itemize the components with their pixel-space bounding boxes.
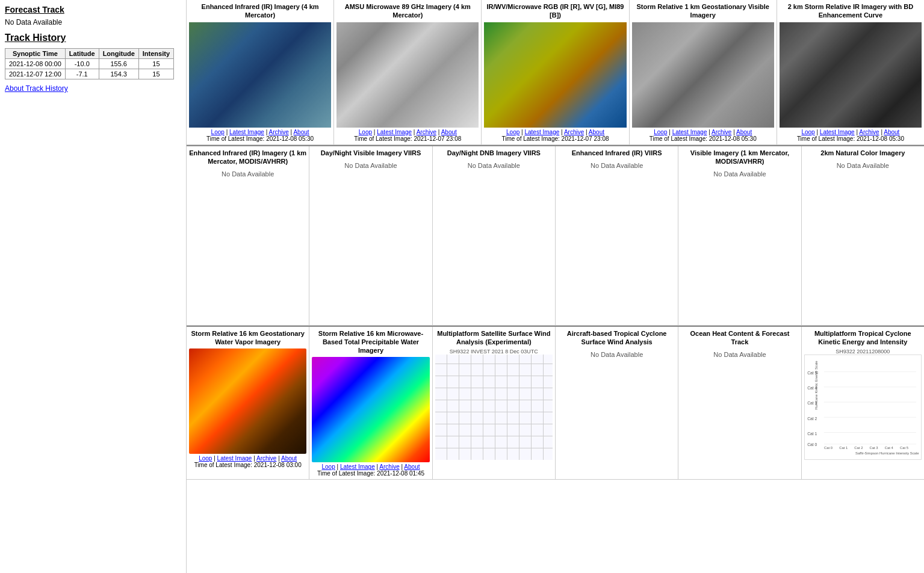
- imagery-cell-r3-1: Storm Relative 16 km Microwave-Based Tot…: [309, 327, 432, 480]
- img-link-loop[interactable]: Loop: [801, 129, 814, 135]
- img-time: Time of Latest Image: 2021-12-07 23:08: [354, 135, 461, 142]
- cell-title: Visible Imagery (1 km Mercator, MODIS/AV…: [681, 149, 798, 166]
- track-history-title: Track History: [5, 33, 181, 43]
- no-data-label: No Data Available: [468, 162, 520, 169]
- img-link-about[interactable]: About: [441, 129, 457, 135]
- img-link-about[interactable]: About: [736, 129, 752, 135]
- img-time: Time of Latest Image: 2021-12-08 01:45: [317, 470, 424, 477]
- cell-title: 2km Natural Color Imagery: [820, 149, 905, 157]
- img-link-archive[interactable]: Archive: [564, 129, 584, 135]
- img-link-3[interactable]: About: [281, 455, 297, 462]
- col-latitude: Latitude: [65, 49, 99, 59]
- forecast-track-title: Forecast Track: [5, 5, 181, 14]
- imagery-placeholder: [780, 22, 922, 128]
- svg-text:Cat 3: Cat 3: [869, 446, 878, 450]
- imagery-placeholder: [484, 22, 626, 128]
- img-link-about[interactable]: About: [293, 129, 309, 135]
- img-links: Loop | Latest Image | Archive | About: [322, 463, 420, 470]
- wind-image: [435, 355, 553, 460]
- imagery-cell-r3-5: Multiplatform Tropical Cyclone Kinetic E…: [802, 327, 924, 480]
- imagery-cell-r1-0: Enhanced Infrared (IR) Imagery (4 km Mer…: [187, 0, 334, 144]
- svg-text:Hurricane Kinetic Energy Scale: Hurricane Kinetic Energy Scale: [814, 361, 818, 410]
- cell-title: Enhanced Infrared (IR) Imagery (4 km Mer…: [189, 2, 331, 20]
- table-row: 2021-12-08 00:00-10.0155.615: [5, 59, 174, 69]
- img-link-loop[interactable]: Loop: [654, 129, 667, 135]
- tpw-image: [312, 357, 429, 462]
- svg-text:Cat 5: Cat 5: [900, 446, 909, 450]
- table-row: 2021-12-07 12:00-7.1154.315: [5, 69, 174, 79]
- img-link-2[interactable]: Archive: [256, 455, 276, 462]
- img-time: Time of Latest Image: 2021-12-07 23:08: [501, 135, 609, 142]
- svg-text:Cat 0: Cat 0: [807, 442, 817, 447]
- img-link-about[interactable]: About: [884, 129, 899, 135]
- img-link-latest-image[interactable]: Latest Image: [524, 129, 559, 135]
- cell-title: Storm Relative 1 km Geostationary Visibl…: [632, 2, 774, 20]
- about-track-history-link[interactable]: About Track History: [5, 84, 68, 93]
- imagery-row-3: Storm Relative 16 km Geostationary Water…: [187, 326, 924, 480]
- img-link-archive[interactable]: Archive: [859, 129, 879, 135]
- img-link-1[interactable]: Latest Image: [217, 455, 252, 462]
- imagery-row-2: Enhanced Infrared (IR) Imagery (1 km Mer…: [187, 145, 924, 326]
- cell-title: Aircraft-based Tropical Cyclone Surface …: [558, 329, 675, 347]
- cell-title: Ocean Heat Content & Forecast Track: [681, 329, 798, 347]
- img-link-latest-image[interactable]: Latest Image: [229, 129, 264, 135]
- svg-text:Cat 1: Cat 1: [839, 446, 848, 450]
- imagery-cell-r2-0: Enhanced Infrared (IR) Imagery (1 km Mer…: [187, 146, 309, 325]
- wv-image: [189, 348, 306, 454]
- imagery-cell-r1-4: 2 km Storm Relative IR Imagery with BD E…: [777, 0, 924, 144]
- svg-text:Cat 2: Cat 2: [807, 417, 817, 421]
- img-links: Loop | Latest Image | Archive | About: [506, 129, 604, 135]
- no-data-label: No Data Available: [837, 162, 889, 169]
- img-link-2[interactable]: Archive: [379, 463, 399, 470]
- imagery-placeholder: [632, 22, 774, 128]
- img-time: Time of Latest Image: 2021-12-08 05:30: [206, 135, 314, 142]
- imagery-cell-r2-3: Enhanced Infrared (IR) VIIRSNo Data Avai…: [556, 146, 678, 325]
- no-data-label: No Data Available: [344, 162, 397, 169]
- img-link-about[interactable]: About: [589, 129, 604, 135]
- imagery-cell-r1-3: Storm Relative 1 km Geostationary Visibl…: [630, 0, 777, 144]
- col-intensity: Intensity: [138, 49, 173, 59]
- img-link-archive[interactable]: Archive: [712, 129, 731, 135]
- img-link-latest-image[interactable]: Latest Image: [672, 129, 707, 135]
- right-panel: Enhanced Infrared (IR) Imagery (4 km Mer…: [187, 0, 924, 573]
- img-link-loop[interactable]: Loop: [506, 129, 519, 135]
- no-data-label: No Data Available: [591, 162, 643, 169]
- img-link-1[interactable]: Latest Image: [340, 463, 375, 470]
- imagery-cell-r3-4: Ocean Heat Content & Forecast TrackNo Da…: [678, 327, 801, 480]
- cell-title: Storm Relative 16 km Microwave-Based Tot…: [312, 329, 429, 355]
- imagery-placeholder: [189, 22, 331, 128]
- cell-title: Day/Night DNB Imagery VIIRS: [447, 149, 541, 157]
- img-link-loop[interactable]: Loop: [359, 129, 372, 135]
- cell-title: Enhanced Infrared (IR) VIIRS: [572, 149, 662, 157]
- img-link-latest-image[interactable]: Latest Image: [377, 129, 412, 135]
- imagery-cell-r2-1: Day/Night Visible Imagery VIIRSNo Data A…: [309, 146, 432, 325]
- cell-subtitle: SH9322 INVEST 2021 8 Dec 03UTC: [450, 348, 538, 355]
- no-data-label: No Data Available: [713, 170, 766, 178]
- imagery-cell-r3-3: Aircraft-based Tropical Cyclone Surface …: [556, 327, 678, 480]
- img-links: Loop | Latest Image | Archive | About: [359, 129, 457, 135]
- img-link-archive[interactable]: Archive: [417, 129, 436, 135]
- no-data-label: No Data Available: [713, 351, 766, 358]
- cell-title: Multiplatform Satellite Surface Wind Ana…: [435, 329, 553, 347]
- imagery-cell-r2-4: Visible Imagery (1 km Mercator, MODIS/AV…: [678, 146, 801, 325]
- no-data-label: No Data Available: [591, 351, 643, 358]
- img-links: Loop | Latest Image | Archive | About: [654, 129, 752, 135]
- img-time: Time of Latest Image: 2021-12-08 05:30: [797, 135, 904, 142]
- svg-text:Saffir-Simpson Hurricane Inten: Saffir-Simpson Hurricane Intensity Scale: [855, 451, 919, 455]
- img-link-0[interactable]: Loop: [322, 463, 335, 470]
- img-link-3[interactable]: About: [404, 463, 420, 470]
- img-link-loop[interactable]: Loop: [211, 129, 225, 135]
- img-links: Loop | Latest Image | Archive | About: [801, 129, 899, 135]
- cell-title: Enhanced Infrared (IR) Imagery (1 km Mer…: [189, 149, 306, 166]
- img-link-latest-image[interactable]: Latest Image: [820, 129, 855, 135]
- forecast-no-data: No Data Available: [5, 18, 181, 26]
- imagery-cell-r1-2: IR/WV/Microwave RGB (IR [R], WV [G], MI8…: [482, 0, 629, 144]
- imagery-cell-r1-1: AMSU Microwave 89 GHz Imagery (4 km Merc…: [334, 0, 482, 144]
- svg-text:Cat 2: Cat 2: [854, 446, 863, 450]
- left-panel: Forecast Track No Data Available Track H…: [0, 0, 187, 573]
- img-link-archive[interactable]: Archive: [268, 129, 288, 135]
- img-link-0[interactable]: Loop: [199, 455, 212, 462]
- main-container: Forecast Track No Data Available Track H…: [0, 0, 924, 573]
- no-data-label: No Data Available: [222, 170, 274, 178]
- imagery-placeholder: [336, 22, 479, 128]
